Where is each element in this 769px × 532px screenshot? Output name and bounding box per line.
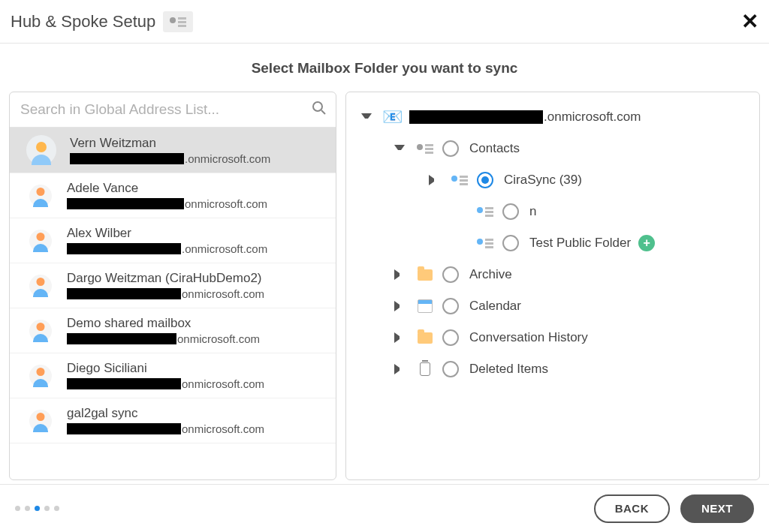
next-button[interactable]: NEXT [680,494,754,523]
radio-unchecked[interactable] [442,329,459,346]
user-name: Alex Wilber [67,226,267,241]
avatar [26,135,56,165]
add-folder-button[interactable]: + [638,235,655,251]
header-bar: Hub & Spoke Setup ✕ [0,0,769,44]
tree-folder-item[interactable]: Calendar [354,290,752,322]
avatar [29,230,52,252]
contact-card-icon [451,172,468,188]
caret-right-icon[interactable] [394,332,405,343]
progress-dot [44,506,50,511]
svg-point-0 [313,102,322,111]
contact-card-icon [163,11,193,32]
user-item[interactable]: Diego Sicilianionmicrosoft.com [10,353,336,398]
back-button[interactable]: BACK [594,494,670,523]
progress-dot [25,506,30,511]
radio-unchecked[interactable] [442,298,459,314]
folder-label: CiraSync (39) [504,173,582,188]
caret-down-icon[interactable] [394,145,405,155]
radio-unchecked[interactable] [442,140,459,157]
tree-folder-item[interactable]: Conversation History [354,322,752,353]
radio-unchecked[interactable] [502,203,519,220]
calendar-icon [417,298,433,314]
user-name: gal2gal sync [67,406,264,421]
user-name: Adele Vance [67,181,267,196]
folder-tree-panel: 📧 .onmicrosoft.com Contacts CiraSync (39… [345,92,760,480]
caret-right-icon[interactable] [394,301,405,311]
radio-checked[interactable] [477,172,493,188]
tree-folder-item[interactable]: n [354,196,752,227]
redacted-text [409,110,543,124]
user-item[interactable]: Alex Wilber.onmicrosoft.com [10,218,336,263]
progress-dot [15,506,20,511]
progress-dot [35,506,40,511]
contact-card-icon [477,203,493,220]
search-input[interactable] [10,92,336,127]
folder-label: Contacts [469,141,520,156]
contact-card-icon [417,140,433,157]
user-list-panel: Vern Weitzman.onmicrosoft.comAdele Vance… [9,92,336,480]
avatar [29,275,52,297]
folder-label: Deleted Items [469,362,548,377]
folder-label: Calendar [469,299,521,314]
user-item[interactable]: Adele Vanceonmicrosoft.com [10,173,336,218]
user-email: onmicrosoft.com [67,287,264,300]
avatar [29,410,52,432]
tree-folder-contacts[interactable]: Contacts [354,133,752,164]
root-suffix: .onmicrosoft.com [544,110,641,125]
contact-card-icon [477,235,493,251]
search-wrap [10,92,336,128]
user-email: .onmicrosoft.com [67,242,267,255]
avatar [29,365,52,387]
user-name: Diego Siciliani [67,361,264,376]
user-email: onmicrosoft.com [67,197,267,210]
user-email: onmicrosoft.com [67,422,264,435]
page-title: Hub & Spoke Setup [11,12,155,32]
avatar [29,320,52,342]
folder-label: n [529,204,536,219]
progress-dots [15,506,59,511]
tree-folder-item[interactable]: Archive [354,259,752,290]
user-email: onmicrosoft.com [67,377,264,390]
user-item[interactable]: Dargo Weitzman (CiraHubDemo2)onmicrosoft… [10,263,336,308]
mailbox-icon: 📧 [384,109,400,125]
tree-folder-item[interactable]: Deleted Items [354,353,752,385]
caret-right-icon[interactable] [429,175,439,185]
close-icon[interactable]: ✕ [741,11,758,32]
user-email: onmicrosoft.com [67,332,260,345]
trash-icon [417,361,433,377]
user-item[interactable]: Demo shared mailboxonmicrosoft.com [10,308,336,353]
radio-unchecked[interactable] [502,235,519,251]
user-name: Vern Weitzman [70,136,270,151]
caret-right-icon[interactable] [394,269,405,280]
tree-folder-item[interactable]: CiraSync (39) [354,164,752,196]
subtitle: Select Mailbox Folder you want to sync [0,44,769,92]
tree-folder-item[interactable]: Test Public Folder+ [354,227,752,259]
caret-right-icon[interactable] [394,364,405,374]
avatar [29,185,52,207]
radio-unchecked[interactable] [442,266,459,283]
user-list: Vern Weitzman.onmicrosoft.comAdele Vance… [10,128,336,479]
user-name: Demo shared mailbox [67,316,260,331]
radio-unchecked[interactable] [442,361,459,377]
user-name: Dargo Weitzman (CiraHubDemo2) [67,271,264,286]
user-item[interactable]: Vern Weitzman.onmicrosoft.com [10,128,336,173]
folder-icon [417,266,433,283]
folder-label: Archive [469,267,512,282]
folder-label: Conversation History [469,330,588,345]
progress-dot [54,506,59,511]
tree-root[interactable]: 📧 .onmicrosoft.com [354,101,752,133]
folder-icon [417,329,433,346]
folder-label: Test Public Folder [529,236,631,251]
footer-bar: BACK NEXT [0,484,769,532]
search-icon[interactable] [312,101,327,119]
caret-down-icon[interactable] [361,113,372,124]
user-email: .onmicrosoft.com [70,152,270,165]
user-item[interactable]: gal2gal synconmicrosoft.com [10,398,336,443]
svg-line-1 [321,110,325,114]
